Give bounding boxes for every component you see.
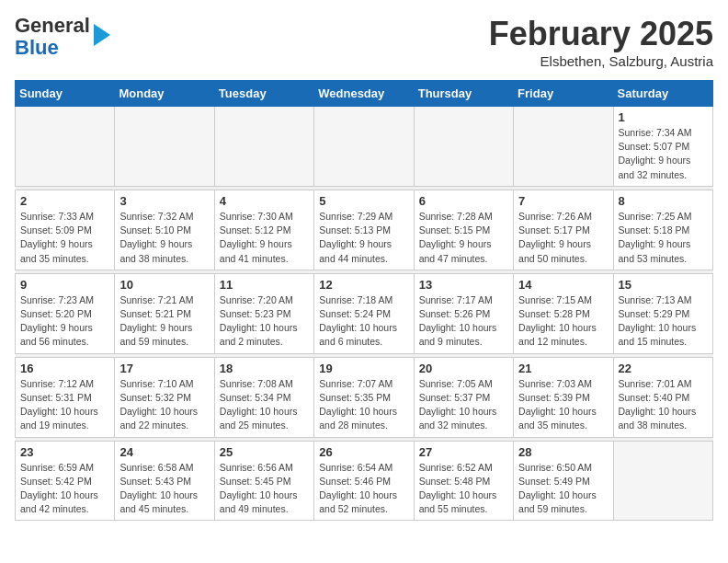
calendar-cell: 1Sunrise: 7:34 AM Sunset: 5:07 PM Daylig… [613,107,712,187]
calendar-cell: 21Sunrise: 7:03 AM Sunset: 5:39 PM Dayli… [514,357,613,437]
calendar-cell: 5Sunrise: 7:29 AM Sunset: 5:13 PM Daylig… [314,190,414,270]
calendar-week-row: 16Sunrise: 7:12 AM Sunset: 5:31 PM Dayli… [16,357,713,437]
calendar-cell: 2Sunrise: 7:33 AM Sunset: 5:09 PM Daylig… [16,190,115,270]
calendar-cell [16,107,115,187]
calendar-cell: 16Sunrise: 7:12 AM Sunset: 5:31 PM Dayli… [16,357,115,437]
day-info: Sunrise: 7:01 AM Sunset: 5:40 PM Dayligh… [619,377,708,433]
calendar-cell: 26Sunrise: 6:54 AM Sunset: 5:46 PM Dayli… [314,441,414,521]
day-number: 3 [119,194,209,208]
day-number: 23 [20,445,109,459]
day-info: Sunrise: 6:52 AM Sunset: 5:48 PM Dayligh… [419,461,508,517]
day-number: 22 [619,362,708,375]
calendar-cell: 12Sunrise: 7:18 AM Sunset: 5:24 PM Dayli… [314,273,414,353]
location-subtitle: Elsbethen, Salzburg, Austria [489,53,713,69]
calendar-cell [214,107,313,187]
day-info: Sunrise: 7:10 AM Sunset: 5:32 PM Dayligh… [119,377,209,433]
calendar-cell: 18Sunrise: 7:08 AM Sunset: 5:34 PM Dayli… [214,357,313,437]
day-info: Sunrise: 7:28 AM Sunset: 5:15 PM Dayligh… [419,210,508,266]
day-number: 28 [518,445,608,459]
day-of-week-header: Thursday [414,81,513,107]
day-info: Sunrise: 7:08 AM Sunset: 5:34 PM Dayligh… [220,377,309,433]
calendar-week-row: 2Sunrise: 7:33 AM Sunset: 5:09 PM Daylig… [16,190,713,270]
day-info: Sunrise: 7:26 AM Sunset: 5:17 PM Dayligh… [518,210,608,266]
calendar-cell: 23Sunrise: 6:59 AM Sunset: 5:42 PM Dayli… [16,441,115,521]
day-info: Sunrise: 7:05 AM Sunset: 5:37 PM Dayligh… [419,377,508,433]
calendar-cell: 25Sunrise: 6:56 AM Sunset: 5:45 PM Dayli… [214,441,313,521]
day-info: Sunrise: 7:34 AM Sunset: 5:07 PM Dayligh… [619,126,708,182]
day-info: Sunrise: 7:32 AM Sunset: 5:10 PM Dayligh… [119,210,209,266]
day-of-week-header: Monday [115,81,214,107]
calendar-header-row: SundayMondayTuesdayWednesdayThursdayFrid… [16,81,713,107]
calendar-cell: 6Sunrise: 7:28 AM Sunset: 5:15 PM Daylig… [414,190,513,270]
day-number: 21 [518,362,608,375]
calendar-cell: 14Sunrise: 7:15 AM Sunset: 5:28 PM Dayli… [514,273,613,353]
month-title: February 2025 [489,15,713,53]
day-number: 11 [220,278,309,292]
logo-arrow-icon [94,24,110,46]
day-info: Sunrise: 6:50 AM Sunset: 5:49 PM Dayligh… [518,461,608,517]
day-number: 6 [419,194,508,208]
logo-general: General [15,14,90,37]
calendar-cell: 24Sunrise: 6:58 AM Sunset: 5:43 PM Dayli… [115,441,214,521]
day-of-week-header: Saturday [613,81,712,107]
calendar-cell: 4Sunrise: 7:30 AM Sunset: 5:12 PM Daylig… [214,190,313,270]
page-header: General Blue February 2025 Elsbethen, Sa… [15,15,713,69]
day-number: 1 [619,110,708,124]
calendar-table: SundayMondayTuesdayWednesdayThursdayFrid… [15,80,713,521]
calendar-cell: 17Sunrise: 7:10 AM Sunset: 5:32 PM Dayli… [115,357,214,437]
calendar-cell: 20Sunrise: 7:05 AM Sunset: 5:37 PM Dayli… [414,357,513,437]
logo-blue: Blue [15,36,59,59]
day-info: Sunrise: 6:59 AM Sunset: 5:42 PM Dayligh… [20,461,109,517]
calendar-cell [514,107,613,187]
calendar-cell: 11Sunrise: 7:20 AM Sunset: 5:23 PM Dayli… [214,273,313,353]
day-number: 27 [419,445,508,459]
day-info: Sunrise: 7:07 AM Sunset: 5:35 PM Dayligh… [319,377,408,433]
calendar-cell: 22Sunrise: 7:01 AM Sunset: 5:40 PM Dayli… [613,357,712,437]
calendar-week-row: 1Sunrise: 7:34 AM Sunset: 5:07 PM Daylig… [16,107,713,187]
day-number: 17 [119,362,209,375]
day-info: Sunrise: 7:13 AM Sunset: 5:29 PM Dayligh… [619,293,708,350]
day-info: Sunrise: 6:58 AM Sunset: 5:43 PM Dayligh… [119,461,209,517]
day-info: Sunrise: 7:30 AM Sunset: 5:12 PM Dayligh… [220,210,309,266]
day-info: Sunrise: 7:18 AM Sunset: 5:24 PM Dayligh… [319,293,408,350]
day-number: 19 [319,362,408,375]
day-of-week-header: Tuesday [214,81,313,107]
day-of-week-header: Wednesday [314,81,414,107]
calendar-cell [115,107,214,187]
calendar-cell: 3Sunrise: 7:32 AM Sunset: 5:10 PM Daylig… [115,190,214,270]
day-info: Sunrise: 7:21 AM Sunset: 5:21 PM Dayligh… [119,293,209,350]
day-number: 25 [220,445,309,459]
day-info: Sunrise: 7:33 AM Sunset: 5:09 PM Dayligh… [20,210,109,266]
calendar-cell [314,107,414,187]
calendar-cell: 28Sunrise: 6:50 AM Sunset: 5:49 PM Dayli… [514,441,613,521]
day-info: Sunrise: 6:56 AM Sunset: 5:45 PM Dayligh… [220,461,309,517]
day-info: Sunrise: 7:03 AM Sunset: 5:39 PM Dayligh… [518,377,608,433]
day-number: 4 [220,194,309,208]
day-of-week-header: Friday [514,81,613,107]
calendar-cell: 7Sunrise: 7:26 AM Sunset: 5:17 PM Daylig… [514,190,613,270]
calendar-cell [613,441,712,521]
title-block: February 2025 Elsbethen, Salzburg, Austr… [489,15,713,69]
day-info: Sunrise: 7:29 AM Sunset: 5:13 PM Dayligh… [319,210,408,266]
calendar-week-row: 23Sunrise: 6:59 AM Sunset: 5:42 PM Dayli… [16,441,713,521]
day-info: Sunrise: 7:12 AM Sunset: 5:31 PM Dayligh… [20,377,109,433]
day-number: 10 [119,278,209,292]
day-number: 15 [619,278,708,292]
calendar-cell: 27Sunrise: 6:52 AM Sunset: 5:48 PM Dayli… [414,441,513,521]
day-number: 8 [619,194,708,208]
calendar-cell: 10Sunrise: 7:21 AM Sunset: 5:21 PM Dayli… [115,273,214,353]
calendar-week-row: 9Sunrise: 7:23 AM Sunset: 5:20 PM Daylig… [16,273,713,353]
day-number: 24 [119,445,209,459]
day-info: Sunrise: 6:54 AM Sunset: 5:46 PM Dayligh… [319,461,408,517]
calendar-cell: 8Sunrise: 7:25 AM Sunset: 5:18 PM Daylig… [613,190,712,270]
day-number: 2 [20,194,109,208]
day-number: 7 [518,194,608,208]
day-number: 9 [20,278,109,292]
logo-text: General Blue [15,15,90,59]
day-of-week-header: Sunday [16,81,115,107]
day-number: 13 [419,278,508,292]
day-info: Sunrise: 7:15 AM Sunset: 5:28 PM Dayligh… [518,293,608,350]
calendar-cell: 19Sunrise: 7:07 AM Sunset: 5:35 PM Dayli… [314,357,414,437]
day-number: 12 [319,278,408,292]
day-number: 18 [220,362,309,375]
